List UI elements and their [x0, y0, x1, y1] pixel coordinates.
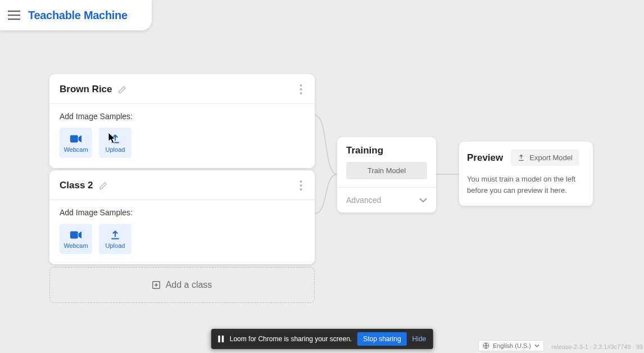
- export-model-button[interactable]: Export Model: [511, 150, 579, 166]
- svg-rect-2: [8, 19, 20, 20]
- stop-sharing-button[interactable]: Stop sharing: [357, 332, 406, 346]
- upload-icon: [109, 229, 121, 241]
- webcam-label: Webcam: [64, 242, 88, 249]
- sample-buttons-row: Webcam Upload: [60, 224, 305, 254]
- advanced-label: Advanced: [346, 196, 381, 205]
- app-header-tab: Teachable Machine: [0, 0, 152, 30]
- release-info: release-2-3-1 · 2.3.1#3c7749 · 99: [551, 343, 643, 350]
- language-label: English (U.S.): [493, 342, 531, 349]
- preview-title: Preview: [467, 152, 503, 164]
- class-header: Class 2: [49, 170, 315, 200]
- cursor-icon: [108, 133, 117, 144]
- add-samples-label: Add Image Samples:: [60, 112, 305, 121]
- chevron-down-icon: [419, 198, 427, 203]
- svg-point-7: [300, 180, 302, 183]
- webcam-label: Webcam: [64, 146, 88, 153]
- class-body: Add Image Samples: Webcam Upload: [49, 104, 315, 168]
- pencil-icon[interactable]: [118, 85, 126, 94]
- webcam-icon: [70, 133, 82, 144]
- class-card: Brown Rice Add Image Samples: Webcam: [49, 74, 315, 168]
- webcam-button[interactable]: Webcam: [60, 224, 92, 254]
- svg-rect-6: [70, 135, 78, 142]
- globe-icon: [483, 342, 489, 349]
- class-card: Class 2 Add Image Samples: Webcam: [49, 170, 315, 264]
- more-menu-button[interactable]: [297, 82, 305, 97]
- class-header: Brown Rice: [49, 74, 315, 104]
- preview-help-text: You must train a model on the left befor…: [467, 174, 585, 196]
- screen-share-bar: Loom for Chrome is sharing your screen. …: [211, 329, 433, 349]
- preview-card: Preview Export Model You must train a mo…: [459, 142, 593, 206]
- more-menu-button[interactable]: [297, 178, 305, 193]
- svg-point-3: [300, 84, 302, 87]
- connector-training-to-preview: [436, 171, 459, 177]
- pencil-icon[interactable]: [99, 182, 107, 190]
- add-class-button[interactable]: Add a class: [49, 267, 315, 303]
- svg-point-9: [300, 188, 302, 191]
- share-message: Loom for Chrome is sharing your screen.: [230, 335, 352, 343]
- webcam-button[interactable]: Webcam: [60, 128, 92, 158]
- preview-header: Preview Export Model: [467, 150, 585, 166]
- svg-rect-14: [222, 336, 224, 342]
- class-body: Add Image Samples: Webcam Upload: [49, 200, 315, 264]
- training-title: Training: [337, 137, 436, 162]
- class-title[interactable]: Brown Rice: [60, 84, 112, 95]
- pause-icon[interactable]: [218, 336, 224, 342]
- svg-rect-10: [70, 231, 78, 238]
- export-icon: [518, 154, 525, 161]
- add-samples-label: Add Image Samples:: [60, 208, 305, 217]
- svg-point-4: [300, 88, 302, 90]
- train-model-button[interactable]: Train Model: [346, 162, 427, 179]
- svg-rect-13: [218, 336, 220, 342]
- brand-title: Teachable Machine: [28, 9, 128, 22]
- connector-classes-to-training: [315, 110, 337, 222]
- advanced-toggle[interactable]: Advanced: [337, 187, 436, 212]
- sample-buttons-row: Webcam Upload: [60, 128, 305, 158]
- svg-rect-0: [8, 11, 20, 12]
- webcam-icon: [70, 229, 82, 241]
- upload-button[interactable]: Upload: [99, 224, 131, 254]
- language-selector[interactable]: English (U.S.): [478, 340, 544, 351]
- class-title[interactable]: Class 2: [60, 180, 93, 191]
- svg-point-5: [300, 92, 302, 94]
- export-label: Export Model: [529, 153, 573, 162]
- plus-box-icon: [152, 281, 160, 289]
- menu-icon[interactable]: [8, 10, 20, 20]
- upload-label: Upload: [106, 242, 125, 249]
- training-card: Training Train Model Advanced: [337, 137, 436, 212]
- svg-rect-1: [8, 15, 20, 16]
- upload-label: Upload: [106, 146, 125, 153]
- chevron-down-icon: [534, 344, 539, 347]
- add-class-label: Add a class: [166, 280, 212, 290]
- hide-share-bar-button[interactable]: Hide: [412, 335, 427, 343]
- svg-point-8: [300, 184, 302, 187]
